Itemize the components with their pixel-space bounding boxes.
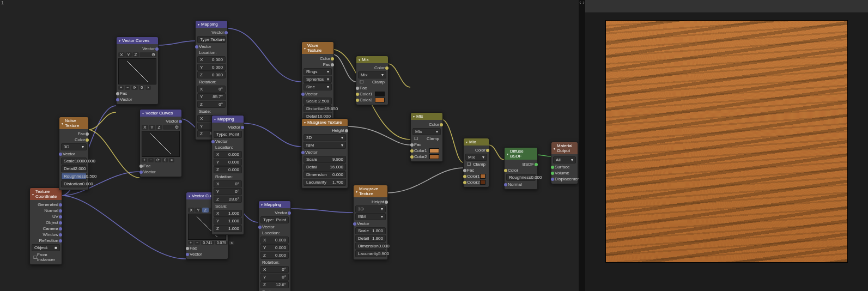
node-header[interactable]: ▾Mix [356, 56, 388, 63]
preview-header[interactable] [585, 0, 868, 13]
loc-y[interactable]: Y0.000 [197, 64, 226, 71]
color1[interactable]: Color1 [465, 173, 487, 179]
node-mix-3[interactable]: ▾Mix Color Mix▾ ☐Clamp Fac Color1 Color2 [463, 138, 489, 187]
node-header[interactable]: ▾Texture Coordinate [30, 188, 62, 200]
node-vector-curves-2[interactable]: ▾Vector Curves Vector XYZ⚙ +−⟳0× Fac Vec… [139, 109, 182, 177]
clamp-toggle[interactable]: ☐Clamp [465, 161, 487, 167]
target-select[interactable]: All▾ [553, 156, 576, 163]
collapse-icon[interactable]: ▾ [32, 192, 34, 196]
node-header[interactable]: ▾Mapping [259, 201, 290, 208]
axis-tabs[interactable]: XYZ⚙ [118, 52, 156, 57]
in-vector[interactable]: Vector [118, 96, 156, 102]
roughness[interactable]: Roughness0.000 [506, 174, 536, 181]
out-window[interactable]: Window [32, 232, 60, 238]
node-header[interactable]: ▾Musgrave Texture [354, 185, 387, 197]
clamp-toggle[interactable]: ☐Clamp [412, 136, 441, 142]
out-vector[interactable]: Vector [118, 46, 156, 52]
curve-toolbar[interactable]: +−0.7410.075× [188, 241, 226, 245]
blend-select[interactable]: Mix▾ [465, 154, 487, 161]
node-header[interactable]: ▾Diffuse BSDF [505, 148, 537, 160]
out-color[interactable]: Color [61, 137, 87, 143]
type-select[interactable]: fBM▾ [304, 142, 346, 149]
curve-toolbar[interactable]: +−⟳0× [118, 86, 156, 90]
in-fac[interactable]: Fac [142, 163, 180, 169]
node-header[interactable]: ▾Material Output [551, 142, 578, 154]
from-instancer-toggle[interactable]: ☐From Instancer [32, 252, 60, 263]
type-select[interactable]: Type:Texture [197, 36, 226, 43]
object-picker[interactable]: Object:■ [32, 244, 60, 251]
out-object[interactable]: Object [32, 220, 60, 226]
in-vector[interactable]: Vector [61, 151, 87, 157]
node-musgrave-1[interactable]: ▾Musgrave Texture Height 3D▾ fBM▾ Vector… [301, 118, 348, 189]
out-uv[interactable]: UV [32, 214, 60, 220]
in-surface[interactable]: Surface [553, 164, 576, 170]
out-normal[interactable]: Normal [32, 208, 60, 214]
in-normal[interactable]: Normal [506, 181, 536, 187]
rot-z[interactable]: Z0° [197, 101, 226, 108]
node-texture-coordinate[interactable]: ▾Texture Coordinate Generated Normal UV … [29, 187, 62, 265]
color1[interactable]: Color1 [412, 148, 441, 154]
rot-x[interactable]: X0° [197, 86, 226, 93]
curve-toolbar[interactable]: +−⟳0× [142, 158, 180, 162]
node-vector-curves-1[interactable]: ▾Vector Curves Vector XYZ⚙ +−⟳0× Fac Vec… [116, 37, 159, 105]
dir-select[interactable]: Spherical▾ [304, 76, 332, 83]
node-mapping-2[interactable]: ▾Mapping Vector Type:Point Vector Locati… [211, 115, 244, 235]
distortion[interactable]: Distortion0.000 [61, 180, 87, 187]
node-editor[interactable]: 1 ▾Texture Coordinate Generated Normal U… [0, 0, 579, 291]
in-vector[interactable]: Vector [142, 169, 180, 175]
dim-select[interactable]: 3D▾ [61, 143, 87, 150]
node-diffuse-bsdf[interactable]: ▾Diffuse BSDF BSDF Color Roughness0.000 … [504, 147, 538, 190]
curve-editor[interactable] [118, 58, 156, 84]
node-noise-texture[interactable]: ▾Noise Texture Fac Color 3D▾ Vector Scal… [59, 117, 89, 190]
node-mapping-3[interactable]: ▾Mapping Vector Type:Point Vector Locati… [258, 201, 291, 291]
type-select[interactable]: fBM▾ [355, 213, 386, 220]
rot-y[interactable]: Y85.7° [197, 93, 226, 100]
scale[interactable]: Scale10000.000 [61, 157, 87, 165]
type-select[interactable]: Rings▾ [304, 68, 332, 75]
split-handle[interactable]: ‹ › [579, 0, 585, 291]
out-fac[interactable]: Fac [61, 131, 87, 137]
node-header[interactable]: ▾Vector Curves [117, 37, 158, 44]
type-select[interactable]: Type:Point [214, 131, 242, 138]
in-volume[interactable]: Volume [553, 170, 576, 176]
detail[interactable]: Detail2.000 [61, 165, 87, 172]
dim-select[interactable]: 3D▾ [355, 205, 386, 213]
out-generated[interactable]: Generated [32, 202, 60, 208]
node-header[interactable]: ▾Noise Texture [59, 117, 88, 129]
profile-select[interactable]: Sine▾ [304, 83, 332, 90]
clamp-toggle[interactable]: ☐Clamp [358, 79, 386, 85]
node-mix-2[interactable]: ▾Mix Color Mix▾ ☐Clamp Fac Color1 Color2 [410, 112, 443, 162]
axis-tabs[interactable]: XYZ⚙ [142, 125, 180, 130]
sca-label: Scale: [197, 108, 226, 114]
node-header[interactable]: ▾Wave Texture [302, 42, 333, 54]
color1[interactable]: Color1 [358, 91, 386, 97]
color2[interactable]: Color2 [358, 97, 386, 103]
dim-select[interactable]: 3D▾ [304, 134, 346, 141]
loc-x[interactable]: X0.000 [197, 56, 226, 63]
in-color[interactable]: Color [506, 167, 536, 173]
node-material-output[interactable]: ▾Material Output All▾ Surface Volume Dis… [551, 142, 578, 184]
curve-editor[interactable] [142, 131, 180, 157]
out-reflection[interactable]: Reflection [32, 238, 60, 244]
color2[interactable]: Color2 [465, 179, 487, 185]
type-select[interactable]: Type:Point [260, 216, 289, 223]
blend-select[interactable]: Mix▾ [412, 128, 441, 135]
color2[interactable]: Color2 [412, 154, 441, 160]
node-header[interactable]: ▾Mapping [196, 21, 227, 28]
node-header[interactable]: ▾Mix [411, 113, 442, 120]
node-mix-1[interactable]: ▾Mix Color Mix▾ ☐Clamp Fac Color1 Color2 [356, 56, 389, 105]
in-fac[interactable]: Fac [118, 90, 156, 96]
node-header[interactable]: ▾Mapping [212, 116, 244, 123]
node-musgrave-2[interactable]: ▾Musgrave Texture Height 3D▾ fBM▾ Vector… [353, 185, 388, 260]
in-vector[interactable]: Vector [188, 251, 226, 257]
node-header[interactable]: ▾Mix [464, 138, 489, 146]
loc-z[interactable]: Z0.000 [197, 71, 226, 78]
node-header[interactable]: ▾Musgrave Texture [302, 119, 348, 126]
roughness[interactable]: Roughness0.500 [61, 173, 87, 180]
node-header[interactable]: ▾Vector Curves [140, 110, 181, 117]
blend-select[interactable]: Mix▾ [358, 71, 386, 78]
in-vector[interactable]: Vector [197, 44, 226, 50]
out-camera[interactable]: Camera [32, 226, 60, 232]
in-displacement[interactable]: Displacement [553, 176, 576, 182]
in-fac[interactable]: Fac [188, 245, 226, 251]
